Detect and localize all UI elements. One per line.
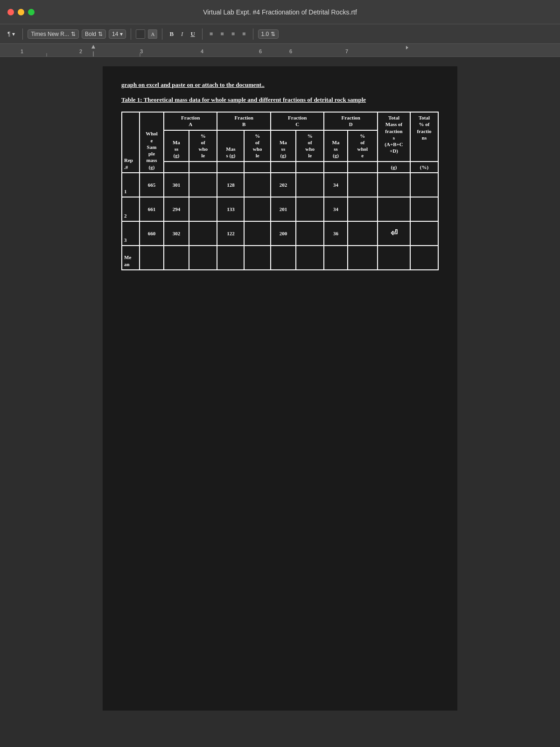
- row1-total-mass[interactable]: [378, 173, 410, 197]
- underline-button[interactable]: U: [188, 29, 197, 39]
- mean-total-pct[interactable]: [410, 246, 438, 270]
- mean-fB-pct[interactable]: [244, 246, 271, 270]
- row1-fB-pct[interactable]: [244, 173, 271, 197]
- row3-fD-mass[interactable]: 36: [324, 221, 347, 246]
- row1-fA-pct[interactable]: [189, 173, 217, 197]
- table-header-row-1: Rep.# WholeSamplemass(g) FractionA Fract…: [122, 112, 438, 130]
- svg-text:3: 3: [140, 49, 143, 54]
- mean-fC-pct[interactable]: [296, 246, 324, 270]
- mean-fD-mass[interactable]: [324, 246, 347, 270]
- fD-mass-unit: [324, 162, 347, 173]
- title-bar: Virtual Lab Expt. #4 Fractionation of De…: [0, 0, 560, 24]
- col-total-pct-header: Total% offractions: [410, 112, 438, 162]
- mean-fA-mass[interactable]: [164, 246, 189, 270]
- row2-fC-mass[interactable]: 201: [271, 197, 296, 221]
- row1-total-pct[interactable]: [410, 173, 438, 197]
- col-fractionA-header: FractionA: [164, 112, 217, 130]
- row-rep-3: 3: [122, 221, 140, 246]
- svg-text:6: 6: [259, 49, 262, 54]
- row3-fA-mass[interactable]: 302: [164, 221, 189, 246]
- chevron-down-icon: ▾: [12, 31, 15, 37]
- svg-text:1: 1: [21, 49, 23, 54]
- align-center-button[interactable]: ≡: [218, 29, 226, 39]
- font-style-selector[interactable]: Bold ⇅: [82, 29, 106, 39]
- row2-fD-mass[interactable]: 34: [324, 197, 347, 221]
- row1-fB-mass[interactable]: 128: [217, 173, 244, 197]
- row3-fB-mass[interactable]: 122: [217, 221, 244, 246]
- row3-fA-pct[interactable]: [189, 221, 217, 246]
- row1-whole[interactable]: 665: [140, 173, 164, 197]
- font-selector[interactable]: Times New R... ⇅: [28, 29, 79, 39]
- row1-fC-pct[interactable]: [296, 173, 324, 197]
- fA-mass-header: Mass(g): [164, 130, 189, 162]
- row3-fC-pct[interactable]: [296, 221, 324, 246]
- row2-fD-pct[interactable]: [348, 197, 378, 221]
- row-rep-1: 1: [122, 173, 140, 197]
- line-spacing-selector[interactable]: 1.0 ⇅: [258, 29, 279, 39]
- row2-fB-pct[interactable]: [244, 197, 271, 221]
- data-table: Rep.# WholeSamplemass(g) FractionA Fract…: [121, 112, 439, 270]
- align-right-button[interactable]: ≡: [229, 29, 237, 39]
- mean-total-mass[interactable]: [378, 246, 410, 270]
- document-page: graph on excel and paste on or attach to…: [103, 66, 457, 711]
- font-size-value: 14: [112, 31, 118, 37]
- svg-text:4: 4: [201, 49, 203, 54]
- fB-mass-unit: [217, 162, 244, 173]
- fB-mass-header: Mass (g): [217, 130, 244, 162]
- row3-fD-pct[interactable]: [348, 221, 378, 246]
- fA-mass-unit: [164, 162, 189, 173]
- row1-fC-mass[interactable]: 202: [271, 173, 296, 197]
- fA-pct-header: %ofwhole: [189, 130, 217, 162]
- mean-fB-mass[interactable]: [217, 246, 244, 270]
- row3-fB-pct[interactable]: [244, 221, 271, 246]
- font-name: Times New R...: [31, 31, 69, 37]
- close-button[interactable]: [7, 9, 14, 15]
- row2-fC-pct[interactable]: [296, 197, 324, 221]
- row2-fA-mass[interactable]: 294: [164, 197, 189, 221]
- total-pct-unit: (%): [410, 162, 438, 173]
- row2-total-pct[interactable]: [410, 197, 438, 221]
- row2-fA-pct[interactable]: [189, 197, 217, 221]
- paragraph-selector[interactable]: ¶ ▾: [5, 29, 18, 39]
- col-fractionD-header: FractionD: [324, 112, 378, 130]
- fB-pct-unit: [244, 162, 271, 173]
- mean-fA-pct[interactable]: [189, 246, 217, 270]
- row-rep-mean: Mean: [122, 246, 140, 270]
- row3-total-mass[interactable]: ⏎: [378, 221, 410, 246]
- color-swatch[interactable]: [136, 29, 145, 39]
- align-left-button[interactable]: ≡: [207, 29, 215, 39]
- fB-pct-header: %ofwhole: [244, 130, 271, 162]
- row2-whole[interactable]: 661: [140, 197, 164, 221]
- row1-fD-mass[interactable]: 34: [324, 173, 347, 197]
- toolbar-sep-1: [22, 28, 23, 40]
- mean-whole[interactable]: [140, 246, 164, 270]
- fC-pct-header: %ofwhole: [296, 130, 324, 162]
- table-title: Table 1: Theoretical mass data for whole…: [121, 95, 439, 105]
- mean-fC-mass[interactable]: [271, 246, 296, 270]
- bold-button[interactable]: B: [167, 29, 176, 39]
- col-rep-header: Rep.#: [122, 112, 140, 173]
- row1-fA-mass[interactable]: 301: [164, 173, 189, 197]
- row2-total-mass[interactable]: [378, 197, 410, 221]
- minimize-button[interactable]: [18, 9, 24, 15]
- font-size-selector[interactable]: 14 ▾: [109, 29, 126, 39]
- italic-button[interactable]: I: [179, 29, 185, 39]
- fA-pct-unit: [189, 162, 217, 173]
- ruler-svg: 1 2 3 4 6 6 7: [0, 44, 560, 57]
- mean-fD-pct[interactable]: [348, 246, 378, 270]
- paragraph-icon: ¶: [7, 31, 10, 37]
- fC-mass-unit: [271, 162, 296, 173]
- highlight-color[interactable]: A: [148, 29, 157, 39]
- document-area: graph on excel and paste on or attach to…: [0, 57, 560, 720]
- table-row: 2 661 294 133 201 34: [122, 197, 438, 221]
- row3-whole[interactable]: 660: [140, 221, 164, 246]
- row2-fB-mass[interactable]: 133: [217, 197, 244, 221]
- justify-button[interactable]: ≡: [240, 29, 248, 39]
- row3-fC-mass[interactable]: 200: [271, 221, 296, 246]
- row3-total-pct[interactable]: [410, 221, 438, 246]
- toolbar-sep-5: [253, 28, 253, 40]
- total-mass-unit: (g): [378, 162, 410, 173]
- row1-fD-pct[interactable]: [348, 173, 378, 197]
- window-title: Virtual Lab Expt. #4 Fractionation of De…: [203, 8, 357, 16]
- maximize-button[interactable]: [28, 9, 35, 15]
